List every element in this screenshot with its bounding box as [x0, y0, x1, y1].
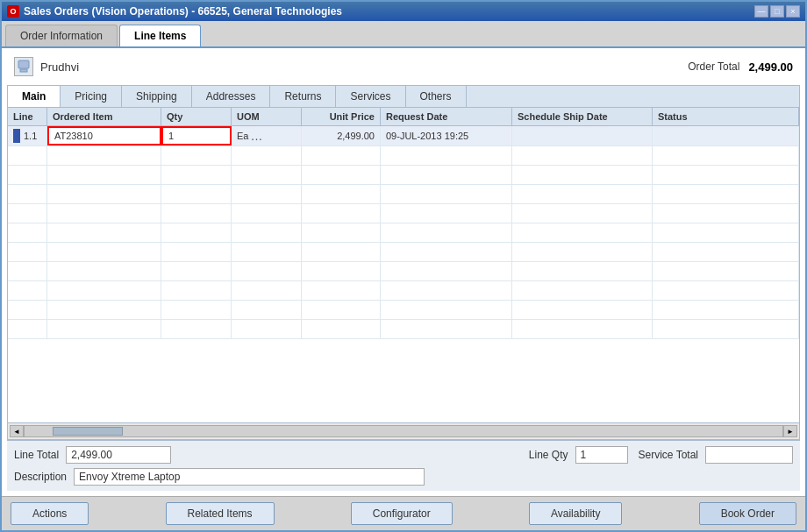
- cell-qty[interactable]: 1: [161, 126, 232, 145]
- tab-services[interactable]: Services: [336, 86, 405, 107]
- tab-others[interactable]: Others: [406, 86, 467, 107]
- scroll-left-button[interactable]: ◄: [10, 425, 24, 437]
- uom-more-button[interactable]: …: [250, 129, 262, 143]
- footer-row1: Line Total Line Qty Service Total: [14, 446, 793, 464]
- tab-pricing[interactable]: Pricing: [61, 86, 122, 107]
- table-header: Line Ordered Item Qty UOM Unit Price Req…: [8, 108, 799, 126]
- maximize-button[interactable]: □: [770, 5, 784, 18]
- description-input[interactable]: [74, 468, 425, 486]
- footer-row2: Description: [14, 468, 793, 486]
- app-icon: O: [7, 5, 19, 18]
- main-window: O Sales Orders (Vision Operations) - 665…: [0, 0, 807, 532]
- minimize-button[interactable]: —: [754, 5, 768, 18]
- h-scroll-track[interactable]: [24, 425, 783, 437]
- line-items-table: Line Ordered Item Qty UOM Unit Price Req…: [7, 107, 800, 440]
- service-total-label: Service Total: [639, 449, 698, 461]
- tab-order-information[interactable]: Order Information: [5, 25, 118, 46]
- order-total-label: Order Total: [688, 60, 739, 73]
- header-row: Prudhvi Order Total 2,499.00: [7, 53, 800, 80]
- user-name: Prudhvi: [40, 60, 79, 74]
- window-title: Sales Orders (Vision Operations) - 66525…: [24, 5, 342, 18]
- line-qty-area: Line Qty: [529, 446, 628, 464]
- scroll-right-button[interactable]: ►: [783, 425, 797, 437]
- cell-unit-price: 2,499.00: [302, 126, 381, 145]
- table-row[interactable]: [8, 146, 799, 166]
- line-total-input[interactable]: [66, 446, 171, 464]
- tab-shipping[interactable]: Shipping: [122, 86, 192, 107]
- tab-addresses[interactable]: Addresses: [192, 86, 271, 107]
- table-row[interactable]: [8, 301, 799, 320]
- svg-rect-1: [20, 69, 27, 72]
- sub-tabs: Main Pricing Shipping Addresses Returns …: [7, 85, 800, 107]
- content-area: Prudhvi Order Total 2,499.00 Main Pricin…: [2, 48, 805, 496]
- line-qty-input[interactable]: [575, 446, 628, 464]
- col-unit-price: Unit Price: [302, 108, 381, 125]
- configurator-button[interactable]: Configurator: [351, 502, 453, 525]
- col-line: Line: [8, 108, 47, 125]
- table-row[interactable]: 1.1 AT23810 1 Ea … 2,4: [8, 126, 799, 146]
- cell-request-date: 09-JUL-2013 19:25: [381, 126, 512, 145]
- table-row[interactable]: [8, 185, 799, 204]
- col-uom: UOM: [232, 108, 302, 125]
- table-row[interactable]: [8, 243, 799, 262]
- line-total-label: Line Total: [14, 449, 59, 461]
- table-row[interactable]: [8, 204, 799, 223]
- actions-button[interactable]: Actions: [11, 502, 89, 525]
- cell-schedule-ship-date[interactable]: [512, 126, 653, 145]
- description-label: Description: [14, 471, 67, 483]
- order-total-area: Order Total 2,499.00: [688, 60, 793, 74]
- cell-status: [653, 126, 799, 145]
- tab-returns[interactable]: Returns: [270, 86, 336, 107]
- book-order-button[interactable]: Book Order: [699, 502, 796, 525]
- cell-ordered-item[interactable]: AT23810: [47, 126, 161, 145]
- table-body: 1.1 AT23810 1 Ea … 2,4: [8, 126, 799, 422]
- col-ordered-item: Ordered Item: [47, 108, 161, 125]
- line-qty-label: Line Qty: [529, 449, 568, 461]
- footer-area: Line Total Line Qty Service Total Descri…: [7, 440, 800, 491]
- col-request-date: Request Date: [381, 108, 512, 125]
- bottom-buttons: Actions Related Items Configurator Avail…: [2, 496, 805, 530]
- header-left: Prudhvi: [14, 57, 79, 76]
- cell-line: 1.1: [8, 126, 47, 145]
- service-total-area: Service Total: [639, 446, 793, 464]
- table-row[interactable]: [8, 281, 799, 301]
- title-buttons: — □ ×: [754, 5, 800, 18]
- row-indicator: [13, 129, 20, 143]
- service-total-input[interactable]: [705, 446, 793, 464]
- col-status: Status: [653, 108, 799, 125]
- h-scroll-thumb[interactable]: [53, 427, 123, 436]
- title-bar: O Sales Orders (Vision Operations) - 665…: [2, 2, 805, 21]
- horizontal-scrollbar: ◄ ►: [8, 422, 799, 439]
- table-row[interactable]: [8, 223, 799, 243]
- col-qty: Qty: [161, 108, 232, 125]
- tab-line-items[interactable]: Line Items: [119, 25, 201, 46]
- close-button[interactable]: ×: [786, 5, 800, 18]
- cell-uom[interactable]: Ea …: [232, 126, 302, 145]
- table-row[interactable]: [8, 166, 799, 185]
- order-total-value: 2,499.00: [748, 60, 793, 74]
- tab-main[interactable]: Main: [8, 86, 61, 107]
- title-bar-left: O Sales Orders (Vision Operations) - 665…: [7, 5, 342, 18]
- related-items-button[interactable]: Related Items: [166, 502, 275, 525]
- line-total-area: Line Total: [14, 446, 518, 464]
- table-row[interactable]: [8, 320, 799, 339]
- svg-rect-0: [18, 60, 29, 68]
- user-icon: [14, 57, 33, 76]
- table-row[interactable]: [8, 262, 799, 281]
- col-schedule-ship-date: Schedule Ship Date: [512, 108, 653, 125]
- availability-button[interactable]: Availability: [529, 502, 622, 525]
- main-tabs: Order Information Line Items: [2, 21, 805, 48]
